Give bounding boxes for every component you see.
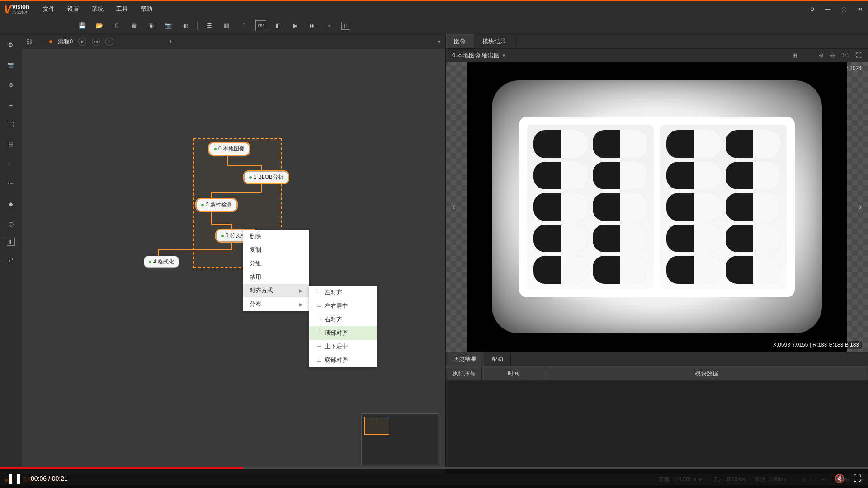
- paint-icon[interactable]: ◆: [5, 198, 17, 210]
- var-icon[interactable]: var: [255, 20, 266, 31]
- video-pause-button[interactable]: ❚❚: [6, 473, 23, 484]
- dropdown-icon[interactable]: ▾: [502, 52, 505, 59]
- tab-image[interactable]: 图像: [446, 34, 474, 48]
- zoom-out-icon[interactable]: ⊖: [830, 52, 835, 59]
- ctx-align[interactable]: 对齐方式▶: [243, 284, 309, 297]
- flow-step-button[interactable]: ⏭: [92, 38, 100, 46]
- zoom-in-icon[interactable]: ⊕: [819, 52, 824, 59]
- list-icon[interactable]: ☰: [204, 20, 215, 31]
- sync-icon[interactable]: ⟲: [807, 5, 816, 13]
- col-data: 模块数据: [545, 366, 868, 380]
- export-icon[interactable]: ⎙: [111, 20, 122, 31]
- result-table-body: [446, 380, 868, 474]
- tab-chevron-icon[interactable]: ▾: [438, 38, 441, 45]
- node-blob[interactable]: 1 BLOB分析: [244, 171, 288, 183]
- app-logo: V vision master: [4, 2, 29, 16]
- video-progress-fill: [0, 467, 243, 469]
- io-icon[interactable]: ⇄: [5, 254, 17, 266]
- node-condition[interactable]: 2 条件检测: [196, 199, 237, 211]
- prev-image-button[interactable]: ‹: [448, 197, 459, 216]
- result-table-header: 执行序号 时间 模块数据: [446, 366, 868, 380]
- chart-icon[interactable]: ▥: [221, 20, 232, 31]
- flow-loop-button[interactable]: ⟳: [105, 38, 113, 46]
- panel-icon[interactable]: ▯: [238, 20, 249, 31]
- flow-play-button[interactable]: ▶: [78, 38, 86, 46]
- ctx-group[interactable]: 分组: [243, 257, 309, 270]
- ctx-copy[interactable]: 复制: [243, 243, 309, 257]
- open-icon[interactable]: 📂: [94, 20, 105, 31]
- align-submenu: ⊢左对齐 ⫠左右居中 ⊣右对齐 ⊤顶部对齐 ⫟上下居中 ⊥底部对齐: [309, 286, 377, 367]
- toolbar: 💾 📂 ⎙ ▤ ▣ 📷 ◐ ☰ ▥ ▯ var ◧ ▶ ⏭ ● F: [0, 17, 868, 34]
- code-icon[interactable]: ◧: [273, 20, 283, 31]
- pixel-coords: X,0593 Y,0155 | R:183 G:183 B:183: [770, 341, 862, 349]
- align-bottom[interactable]: ⊥底部对齐: [309, 353, 377, 367]
- right-panel: 图像 模块结果 0 本地图像.输出图 ▾ ⊞ ⊕ ⊖ 1:1 ⛶ ‹ › 128…: [445, 34, 868, 474]
- menu-system[interactable]: 系统: [92, 5, 104, 13]
- title-bar: V vision master 文件 设置 系统 工具 帮助 ⟲ — ▢ ✕: [0, 0, 868, 17]
- col-time: 时间: [482, 366, 545, 380]
- align-icon[interactable]: ⫠: [5, 99, 17, 110]
- minimap[interactable]: ⋮⋮: [361, 413, 438, 465]
- ctx-distribute[interactable]: 分布▶: [243, 297, 309, 311]
- align-vcenter[interactable]: ⫟上下居中: [309, 340, 377, 353]
- align-hcenter[interactable]: ⫠左右居中: [309, 299, 377, 313]
- actual-size-icon[interactable]: 1:1: [841, 52, 849, 59]
- maximize-button[interactable]: ▢: [840, 5, 848, 13]
- close-button[interactable]: ✕: [856, 5, 864, 13]
- layout-icon[interactable]: ▤: [128, 20, 139, 31]
- image-viewer[interactable]: ‹ › 1280 * 1024: [446, 62, 868, 352]
- grid-icon[interactable]: ⊞: [5, 138, 17, 150]
- next-image-button[interactable]: ›: [855, 197, 865, 216]
- screen-icon[interactable]: ▣: [146, 20, 156, 31]
- tab-module-result[interactable]: 模块结果: [474, 34, 514, 48]
- contrast-icon[interactable]: ◐: [180, 20, 191, 31]
- context-menu: 删除 复制 分组 禁用 对齐方式▶ 分布▶: [243, 230, 309, 311]
- lens-icon[interactable]: ◎: [5, 218, 17, 230]
- step-icon[interactable]: ⏭: [307, 20, 318, 31]
- video-player-overlay: ❚❚ 00:06 / 00:21 🔇 ⛶: [0, 467, 868, 488]
- tab-help[interactable]: 帮助: [484, 352, 511, 366]
- tools-sidebar: ⚙ 📷 ⊕ ⫠ ⛶ ⊞ ⊢ 〰 ◆ ◎ IF ⇄: [0, 34, 22, 474]
- video-time: 00:06 / 00:21: [31, 475, 68, 482]
- target-icon[interactable]: ⊕: [5, 79, 17, 90]
- align-top[interactable]: ⊤顶部对齐: [309, 326, 377, 340]
- f-icon[interactable]: F: [341, 22, 349, 30]
- node-local-image[interactable]: 0 本地图像: [209, 143, 250, 155]
- record-icon[interactable]: ●: [324, 20, 335, 31]
- flow-status-dot: [49, 40, 52, 43]
- menu-tools[interactable]: 工具: [116, 5, 128, 13]
- menu-file[interactable]: 文件: [43, 5, 55, 13]
- play-icon[interactable]: ▶: [290, 20, 301, 31]
- main-menu: 文件 设置 系统 工具 帮助: [43, 5, 152, 13]
- image-source-label: 0 本地图像.输出图: [452, 52, 500, 60]
- video-mute-button[interactable]: 🔇: [835, 474, 844, 483]
- ctx-delete[interactable]: 删除: [243, 230, 309, 243]
- align-right[interactable]: ⊣右对齐: [309, 313, 377, 326]
- flow-canvas[interactable]: 0 本地图像 1 BLOB分析 2 条件检测 3 分支模块 4 格式化 删除 复…: [22, 49, 445, 474]
- tab-history[interactable]: 历史结果: [446, 352, 484, 366]
- video-fullscreen-button[interactable]: ⛶: [854, 474, 862, 483]
- align-left[interactable]: ⊢左对齐: [309, 286, 377, 299]
- menu-settings[interactable]: 设置: [67, 5, 79, 13]
- wave-icon[interactable]: 〰: [5, 178, 17, 190]
- menu-help[interactable]: 帮助: [141, 5, 152, 13]
- crop-icon[interactable]: ⛶: [5, 118, 17, 130]
- image-content: [467, 62, 847, 352]
- adjust-icon[interactable]: ⚙: [5, 39, 17, 51]
- fit-icon[interactable]: ⊞: [792, 52, 797, 59]
- if-icon[interactable]: IF: [7, 238, 15, 246]
- node-format[interactable]: 4 格式化: [144, 256, 179, 268]
- flow-tab-bar: ⛓ 流程0 ▶ ⏭ ⟳ ＋ ▾: [22, 34, 445, 49]
- tree-icon[interactable]: ⛓: [26, 38, 32, 45]
- flow-name[interactable]: 流程0: [58, 38, 73, 46]
- ctx-disable[interactable]: 禁用: [243, 270, 309, 284]
- camera-icon[interactable]: 📷: [163, 20, 174, 31]
- col-seq: 执行序号: [446, 366, 482, 380]
- camera2-icon[interactable]: 📷: [5, 59, 17, 70]
- video-progress-bar[interactable]: [0, 467, 868, 469]
- save-icon[interactable]: 💾: [77, 20, 88, 31]
- measure-icon[interactable]: ⊢: [5, 158, 17, 170]
- fullscreen-icon[interactable]: ⛶: [856, 52, 862, 59]
- add-tab-button[interactable]: ＋: [168, 38, 174, 46]
- minimize-button[interactable]: —: [824, 5, 832, 13]
